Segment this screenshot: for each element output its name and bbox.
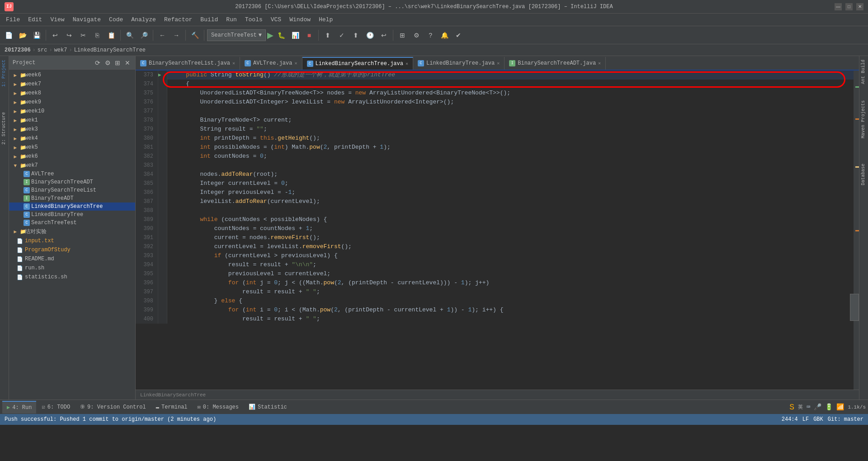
- back-button[interactable]: ←: [156, 29, 169, 42]
- tab-close-bsadt[interactable]: ✕: [598, 61, 601, 66]
- right-label-db[interactable]: Database: [859, 160, 868, 189]
- menu-analyze[interactable]: Analyze: [127, 15, 160, 24]
- sidebar-item-btadt[interactable]: I BinaryTreeADT: [9, 194, 135, 202]
- tab-close-bsl[interactable]: ✕: [232, 61, 235, 66]
- tab-bsl[interactable]: C BinarySearchTreeList.java ✕: [136, 57, 240, 70]
- breadcrumb-src[interactable]: src: [38, 47, 47, 53]
- terminal-button[interactable]: ⊞: [396, 29, 409, 42]
- tab-close-lbst[interactable]: ✕: [406, 61, 408, 66]
- sidebar-item-stt[interactable]: C SearchTreeTest: [9, 219, 135, 227]
- menu-code[interactable]: Code: [105, 15, 127, 24]
- line-content-395[interactable]: previousLevel = currentLevel;: [167, 269, 335, 278]
- line-content-388[interactable]: [167, 206, 176, 215]
- line-content-378[interactable]: BinaryTreeNode<T> current;: [167, 116, 296, 125]
- sidebar-close-btn[interactable]: ✕: [123, 59, 132, 67]
- sidebar-item-wek4[interactable]: ▶ 📁 wek4: [9, 134, 135, 143]
- status-line-ending[interactable]: LF: [802, 416, 809, 423]
- line-content-387[interactable]: levelList.addToRear(currentLevel);: [167, 197, 325, 206]
- bottom-tab-messages[interactable]: ✉ 0: Messages: [193, 401, 243, 414]
- line-content-373[interactable]: public String toString() //形成的是一个树，就是第十章…: [167, 71, 400, 80]
- line-content-397[interactable]: result = result + " ";: [167, 287, 325, 296]
- line-content-391[interactable]: current = nodes.removeFirst();: [167, 233, 325, 242]
- debug-button[interactable]: 🐛: [275, 29, 288, 42]
- vcs-revert-button[interactable]: ↩: [377, 29, 390, 42]
- paste-button[interactable]: 📋: [105, 29, 118, 42]
- line-content-396[interactable]: for (int j = 0; j < ((Math.pow(2, (print…: [167, 278, 494, 287]
- bottom-tab-vcs[interactable]: ⑨ 9: Version Control: [75, 401, 151, 414]
- forward-button[interactable]: →: [170, 29, 183, 42]
- vcs-push-button[interactable]: ⬆: [349, 29, 362, 42]
- sidebar-item-input[interactable]: 📄 input.txt: [9, 236, 135, 245]
- tab-bsadt[interactable]: I BinarySearchTreeADT.java ✕: [505, 57, 606, 70]
- tab-avl[interactable]: C AVLTree.java ✕: [240, 57, 302, 70]
- find-replace-button[interactable]: 🔎: [137, 29, 150, 42]
- tab-lbt[interactable]: C LinkedBinaryTree.java ✕: [413, 57, 505, 70]
- status-position[interactable]: 244:4: [782, 416, 798, 423]
- close-button[interactable]: ✕: [856, 3, 863, 10]
- find-button[interactable]: 🔍: [123, 29, 136, 42]
- sidebar-item-readme[interactable]: 📄 README.md: [9, 254, 135, 263]
- menu-help[interactable]: Help: [315, 15, 336, 24]
- new-file-button[interactable]: 📄: [2, 29, 15, 42]
- menu-edit[interactable]: Edit: [24, 15, 46, 24]
- vcs-commit-button[interactable]: ✓: [335, 29, 348, 42]
- line-content-376[interactable]: UnorderedListADT<Integer> levelList = ne…: [167, 98, 458, 107]
- sidebar-item-wek7[interactable]: ▼ 📁 wek7: [9, 161, 135, 170]
- sidebar-item-jdui[interactable]: ▶ 📁 结对实验: [9, 227, 135, 236]
- line-content-390[interactable]: countNodes = countNodes + 1;: [167, 224, 317, 233]
- line-content-382[interactable]: int countNodes = 0;: [167, 152, 272, 161]
- menu-window[interactable]: Window: [286, 15, 314, 24]
- sidebar-gear-btn[interactable]: ⚙: [104, 59, 112, 67]
- sidebar-item-week8[interactable]: ▶ 📁 week8: [9, 89, 135, 98]
- build-button[interactable]: 🔨: [189, 29, 201, 42]
- redo-button[interactable]: ↪: [63, 29, 75, 42]
- save-button[interactable]: 💾: [30, 29, 43, 42]
- tab-close-lbt[interactable]: ✕: [497, 61, 500, 66]
- sidebar-item-week9[interactable]: ▶ 📁 week9: [9, 98, 135, 107]
- left-label-structure[interactable]: 2: Structure: [0, 108, 9, 148]
- sidebar-item-wek3[interactable]: ▶ 📁 wek3: [9, 125, 135, 134]
- left-label-project[interactable]: 1: Project: [0, 56, 9, 90]
- stop-button[interactable]: ■: [303, 29, 316, 42]
- line-content-393[interactable]: if (currentLevel > previousLevel) {: [167, 251, 342, 260]
- tab-lbst[interactable]: C LinkedBinarySearchTree.java ✕: [302, 57, 413, 70]
- minimize-button[interactable]: —: [835, 3, 842, 10]
- sidebar-item-week7[interactable]: ▶ 📁 week7: [9, 80, 135, 89]
- sidebar-item-bsadt[interactable]: I BinarySearchTreeADT: [9, 178, 135, 186]
- menu-build[interactable]: Build: [197, 15, 222, 24]
- sidebar-item-week10[interactable]: ▶ 📁 week10: [9, 107, 135, 116]
- line-content-385[interactable]: Integer currentLevel = 0;: [167, 179, 293, 188]
- scrollbar-markers[interactable]: [854, 71, 859, 390]
- menu-refactor[interactable]: Refactor: [160, 15, 196, 24]
- sidebar-item-wek5[interactable]: ▶ 📁 wek5: [9, 143, 135, 152]
- event-log-button[interactable]: 🔔: [438, 29, 451, 42]
- vcs-update-button[interactable]: ⬆: [321, 29, 334, 42]
- sidebar-item-lbt[interactable]: C LinkedBinaryTree: [9, 211, 135, 219]
- line-content-392[interactable]: currentLevel = levelList.removeFirst();: [167, 242, 356, 251]
- sidebar-item-run[interactable]: 📄 run.sh: [9, 263, 135, 273]
- sync-button[interactable]: ✔: [452, 29, 465, 42]
- bottom-tab-terminal[interactable]: ▬ Terminal: [151, 401, 192, 414]
- maximize-button[interactable]: □: [845, 3, 853, 10]
- settings-button[interactable]: ⚙: [410, 29, 423, 42]
- menu-tools[interactable]: Tools: [241, 15, 266, 24]
- sidebar-item-wek6[interactable]: ▶ 📁 wek6: [9, 152, 135, 161]
- menu-file[interactable]: File: [2, 15, 24, 24]
- line-content-379[interactable]: String result = "";: [167, 125, 272, 134]
- line-content-394[interactable]: result = result + "\n\n";: [167, 260, 321, 269]
- sidebar-item-program[interactable]: 📄 ProgramOfStudy: [9, 245, 135, 254]
- line-content-398[interactable]: } else {: [167, 296, 247, 306]
- sidebar-item-week6[interactable]: ▶ 📁 week6: [9, 71, 135, 80]
- coverage-button[interactable]: 📊: [289, 29, 302, 42]
- run-config-dropdown[interactable]: SearchTreeTest ▼: [207, 29, 266, 41]
- run-button[interactable]: ▶: [267, 30, 274, 40]
- status-git[interactable]: Git: master: [828, 416, 863, 423]
- undo-button[interactable]: ↩: [49, 29, 61, 42]
- bottom-tab-todo[interactable]: ☑ 6: TODO: [37, 401, 75, 414]
- sidebar-sync-btn[interactable]: ⟳: [94, 59, 102, 67]
- line-content-377[interactable]: [167, 107, 176, 116]
- sidebar-item-bsl[interactable]: C BinarySearchTreeList: [9, 186, 135, 194]
- line-content-374[interactable]: {: [167, 80, 194, 89]
- menu-run[interactable]: Run: [222, 15, 240, 24]
- line-content-384[interactable]: nodes.addToRear(root);: [167, 170, 282, 179]
